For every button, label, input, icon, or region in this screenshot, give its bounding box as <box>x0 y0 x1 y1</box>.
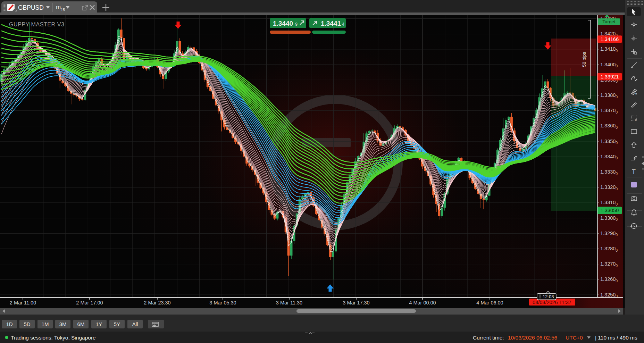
svg-text:Current time:: Current time: <box>473 335 504 341</box>
svg-text:UTC+0: UTC+0 <box>566 335 583 341</box>
svg-text:1.33000: 1.33000 <box>600 215 618 222</box>
svg-text:1.33400: 1.33400 <box>600 154 618 160</box>
svg-text:1Y: 1Y <box>96 321 102 327</box>
svg-text:2 Mar 11:00: 2 Mar 11:00 <box>10 300 36 306</box>
svg-text:50 pips: 50 pips <box>582 52 587 67</box>
svg-text:1.34000: 1.34000 <box>600 62 618 68</box>
svg-text:12:03: 12:03 <box>543 294 554 299</box>
svg-text:3 Mar 11:30: 3 Mar 11:30 <box>276 300 302 306</box>
svg-text:1M: 1M <box>42 321 49 327</box>
svg-text:3 Mar 05:30: 3 Mar 05:30 <box>209 300 236 306</box>
svg-text:4 Mar 06:00: 4 Mar 06:00 <box>476 300 503 306</box>
svg-text:15: 15 <box>61 8 65 12</box>
svg-text:4: 4 <box>342 22 344 27</box>
svg-text:E: E <box>635 92 637 95</box>
svg-text:1.3441: 1.3441 <box>321 20 341 27</box>
svg-text:6M: 6M <box>77 321 85 327</box>
svg-text:Target: Target <box>602 19 616 24</box>
svg-text:1.33500: 1.33500 <box>600 139 618 145</box>
svg-text:1D: 1D <box>6 321 12 327</box>
svg-text:1.33600: 1.33600 <box>600 123 618 129</box>
svg-text:04/03/2026 11:37: 04/03/2026 11:37 <box>533 300 571 305</box>
svg-text:| 110 ms / 490 ms: | 110 ms / 490 ms <box>595 335 637 341</box>
svg-text:5Y: 5Y <box>114 321 120 327</box>
svg-text:1.3440: 1.3440 <box>273 20 293 27</box>
svg-text:All: All <box>132 321 138 327</box>
svg-text:2 Mar 17:00: 2 Mar 17:00 <box>76 300 103 306</box>
svg-text:m: m <box>56 4 61 10</box>
svg-text:10/03/2026 06:02:56: 10/03/2026 06:02:56 <box>508 335 557 341</box>
svg-text:3M: 3M <box>59 321 67 327</box>
svg-text:2 Mar 23:30: 2 Mar 23:30 <box>144 300 170 306</box>
svg-text:4 Mar 00:00: 4 Mar 00:00 <box>409 300 436 306</box>
svg-text:1.32800: 1.32800 <box>600 246 618 252</box>
svg-text:1.33800: 1.33800 <box>600 92 618 99</box>
svg-text:1.33200: 1.33200 <box>600 184 618 191</box>
svg-text:F: F <box>635 119 636 122</box>
svg-text:GUPPY-MASTER V3: GUPPY-MASTER V3 <box>9 22 65 27</box>
svg-text:1.33050: 1.33050 <box>601 208 619 213</box>
svg-text:GBPUSD: GBPUSD <box>18 4 44 11</box>
svg-text:1.33921: 1.33921 <box>601 74 619 80</box>
svg-text:1.33700: 1.33700 <box>600 108 618 114</box>
svg-text:1.32600: 1.32600 <box>600 276 618 283</box>
svg-text:1.34166: 1.34166 <box>601 36 619 42</box>
svg-text:1.34100: 1.34100 <box>600 46 618 53</box>
svg-text:Trading sessions: Tokyo, Singa: Trading sessions: Tokyo, Singapore <box>11 335 96 341</box>
svg-text:1.33300: 1.33300 <box>600 169 618 176</box>
svg-text:3 Mar 17:30: 3 Mar 17:30 <box>343 300 369 306</box>
svg-text:9: 9 <box>295 22 298 27</box>
svg-text:1.32700: 1.32700 <box>600 261 618 268</box>
svg-text:1.33100: 1.33100 <box>600 200 618 206</box>
svg-text:5D: 5D <box>24 321 30 327</box>
svg-text:1.32900: 1.32900 <box>600 231 618 237</box>
svg-text:T: T <box>632 168 636 175</box>
